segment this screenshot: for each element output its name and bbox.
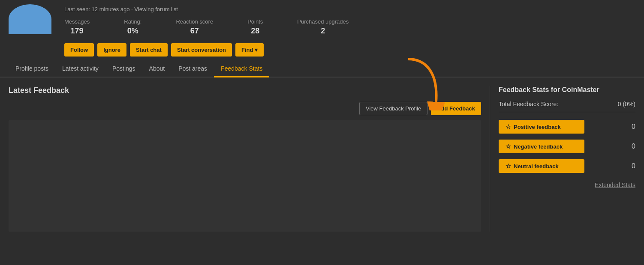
stat-upgrades-label: Purchased upgrades <box>297 18 349 25</box>
latest-feedback-title: Latest Feedback <box>9 86 481 95</box>
positive-feedback-button[interactable]: ☆ Positive feedback <box>499 120 584 134</box>
negative-feedback-label: Negative feedback <box>514 143 563 150</box>
avatar <box>9 4 51 34</box>
negative-feedback-count: 0 <box>623 143 635 150</box>
stat-points-label: Points <box>247 18 263 25</box>
nav-tabs: Profile posts Latest activity Postings A… <box>0 61 644 77</box>
left-panel: Latest Feedback View Feedback Profile Ad… <box>9 86 490 232</box>
star-icon-positive: ☆ <box>506 123 511 130</box>
avatar-area <box>9 4 60 34</box>
positive-feedback-count: 0 <box>623 123 635 131</box>
stat-reaction-value: 67 <box>176 27 213 36</box>
tab-profile-posts[interactable]: Profile posts <box>9 61 55 77</box>
stat-messages-label: Messages <box>64 18 90 25</box>
star-icon-neutral: ☆ <box>506 163 511 170</box>
neutral-feedback-label: Neutral feedback <box>514 163 559 170</box>
feedback-actions: View Feedback Profile Add Feedback <box>9 102 481 115</box>
positive-feedback-row: ☆ Positive feedback 0 <box>499 120 635 134</box>
feedback-stats-title: Feedback Stats for CoinMaster <box>499 86 635 94</box>
follow-button[interactable]: Follow <box>64 43 94 57</box>
profile-info: Last seen: 12 minutes ago · Viewing foru… <box>60 4 635 57</box>
positive-feedback-label: Positive feedback <box>514 124 561 130</box>
stat-points-value: 28 <box>247 27 263 36</box>
start-chat-button[interactable]: Start chat <box>130 43 168 57</box>
star-icon-negative: ☆ <box>506 143 511 150</box>
arrow-container: View Feedback Profile Add Feedback <box>9 102 481 115</box>
stat-reaction-label: Reaction score <box>176 18 213 25</box>
negative-feedback-row: ☆ Negative feedback 0 <box>499 140 635 153</box>
stats-row: Messages 179 Rating: 0% Reaction score 6… <box>64 18 635 36</box>
main-content: Latest Feedback View Feedback Profile Ad… <box>0 77 644 240</box>
view-feedback-profile-button[interactable]: View Feedback Profile <box>359 102 427 115</box>
stat-rating-label: Rating: <box>124 18 141 25</box>
tab-latest-activity[interactable]: Latest activity <box>55 61 105 77</box>
stat-upgrades: Purchased upgrades 2 <box>297 18 349 36</box>
stat-points: Points 28 <box>247 18 263 36</box>
chevron-down-icon: ▾ <box>255 47 258 53</box>
stat-messages: Messages 179 <box>64 18 90 36</box>
tab-about[interactable]: About <box>142 61 172 77</box>
stat-messages-value: 179 <box>64 27 90 36</box>
neutral-feedback-count: 0 <box>623 162 635 170</box>
extended-stats-link[interactable]: Extended Stats <box>499 182 635 188</box>
tab-feedback-stats[interactable]: Feedback Stats <box>214 61 269 77</box>
start-conversation-button[interactable]: Start conversation <box>171 43 232 57</box>
right-panel: Feedback Stats for CoinMaster Total Feed… <box>490 86 635 232</box>
add-feedback-button[interactable]: Add Feedback <box>431 102 481 115</box>
last-seen-text: Last seen: 12 minutes ago · Viewing foru… <box>64 6 635 12</box>
feedback-empty-area <box>9 120 481 232</box>
profile-header: Last seen: 12 minutes ago · Viewing foru… <box>0 0 644 61</box>
stat-reaction: Reaction score 67 <box>176 18 213 36</box>
stat-rating-value: 0% <box>124 27 141 36</box>
neutral-feedback-row: ☆ Neutral feedback 0 <box>499 159 635 173</box>
total-score-value: 0 (0%) <box>618 101 635 107</box>
stat-upgrades-value: 2 <box>297 27 349 36</box>
tab-post-areas[interactable]: Post areas <box>172 61 214 77</box>
find-button[interactable]: Find ▾ <box>235 43 264 57</box>
negative-feedback-button[interactable]: ☆ Negative feedback <box>499 140 584 153</box>
tab-postings[interactable]: Postings <box>105 61 142 77</box>
stat-rating: Rating: 0% <box>124 18 141 36</box>
action-buttons: Follow Ignore Start chat Start conversat… <box>64 43 635 57</box>
find-label: Find <box>241 47 253 53</box>
neutral-feedback-button[interactable]: ☆ Neutral feedback <box>499 159 584 173</box>
total-score-row: Total Feedback Score: 0 (0%) <box>499 101 635 112</box>
total-score-label: Total Feedback Score: <box>499 101 558 107</box>
ignore-button[interactable]: Ignore <box>97 43 126 57</box>
